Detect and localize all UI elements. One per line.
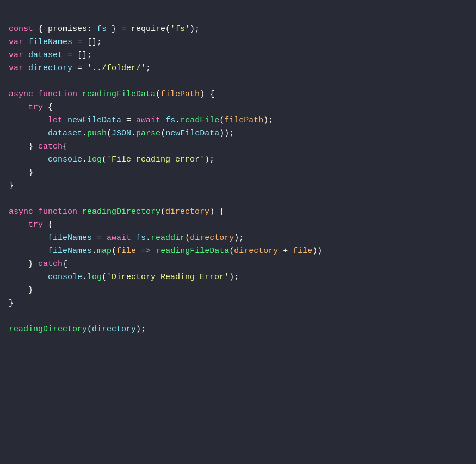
line-11: console.log('File reading error'); (9, 155, 214, 164)
line-9: dataset.push(JSON.parse(newFileData)); (9, 129, 234, 138)
line-3: var dataset = []; (9, 51, 92, 60)
code-editor: const { promises: fs } = require('fs'); … (9, 10, 467, 336)
line-21: } (9, 286, 33, 295)
line-22: } (9, 299, 14, 308)
line-19: } catch{ (9, 259, 67, 269)
line-20: console.log('Directory Reading Error'); (9, 273, 239, 282)
line-6: async function readingFileData(filePath)… (9, 90, 214, 99)
line-8: let newFileData = await fs.readFile(file… (9, 116, 273, 125)
line-18: fileNames.map(file => readingFileData(di… (9, 246, 322, 256)
line-24: readingDirectory(directory); (9, 325, 146, 334)
line-1: const { promises: fs } = require('fs'); (9, 24, 200, 34)
line-15: async function readingDirectory(director… (9, 207, 224, 216)
line-16: try { (9, 220, 53, 230)
line-10: } catch{ (9, 142, 67, 151)
line-2: var fileNames = []; (9, 38, 102, 47)
line-7: try { (9, 103, 53, 112)
line-17: fileNames = await fs.readdir(directory); (9, 233, 244, 243)
line-4: var directory = '../folder/'; (9, 64, 151, 73)
line-13: } (9, 181, 14, 190)
line-12: } (9, 168, 33, 177)
